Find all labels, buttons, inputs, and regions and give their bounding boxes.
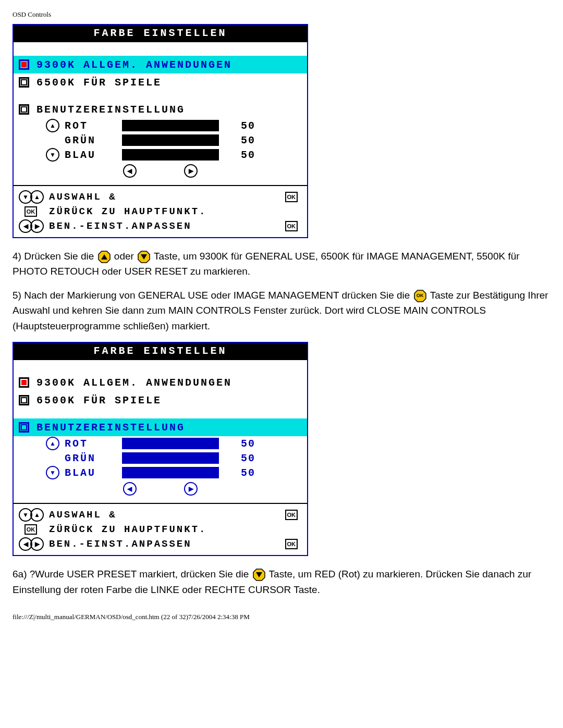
osd2-option-6500k: 6500K FÜR SPIELE: [14, 391, 307, 409]
osd1-green-row: GRÜN 50: [14, 133, 307, 147]
osd2-option-user: BENUTZEREINSTELLUNG: [14, 418, 307, 436]
green-bar: [122, 134, 219, 146]
radio-unselected-icon: [19, 77, 29, 88]
ok-icon: OK: [285, 192, 298, 202]
ok-button-icon: OK: [414, 290, 426, 302]
down-arrow-icon: ▼: [46, 148, 59, 162]
step-4-text: 4) Drücken Sie die oder Taste, um 9300K …: [13, 249, 550, 279]
radio-selected-icon: [19, 377, 29, 388]
osd1-red-row: ▲ ROT 50: [14, 118, 307, 133]
osd1-title: FARBE EINSTELLEN: [14, 25, 307, 42]
ok-icon: OK: [285, 221, 298, 231]
down-button-icon: [253, 569, 265, 581]
osd-screenshot-1: FARBE EINSTELLEN 9300K ALLGEM. ANWENDUNG…: [13, 24, 308, 238]
right-arrow-icon: ▶: [184, 164, 198, 178]
down-arrow-icon: ▼: [46, 466, 59, 479]
up-arrow-icon: ▲: [46, 437, 59, 450]
radio-unselected-icon: [19, 422, 29, 433]
osd2-title: FARBE EINSTELLEN: [14, 343, 307, 360]
left-arrow-icon: ◀: [123, 482, 137, 496]
footer-path: file:///Z|/multi_manual/GERMAN/OSD/osd_c…: [13, 613, 550, 621]
page-header: OSD Controls: [13, 10, 550, 19]
red-bar: [122, 438, 219, 449]
osd2-help-row3: ◀ ▶ BEN.-EINST.ANPASSEN OK: [14, 536, 307, 552]
osd1-left-right-row: ◀ ▶: [14, 162, 307, 182]
osd2-left-right-row: ◀ ▶: [14, 480, 307, 500]
red-bar: [122, 120, 219, 131]
green-bar: [122, 452, 219, 464]
blue-bar: [122, 149, 219, 161]
ok-icon: OK: [285, 510, 298, 520]
radio-selected-icon: [19, 59, 29, 70]
radio-unselected-icon: [19, 395, 29, 405]
osd2-red-row: ▲ ROT 50: [14, 436, 307, 451]
up-arrow-icon: ▲: [30, 190, 44, 204]
osd1-help-row1: ▼ ▲ AUSWAHL & OK: [14, 189, 307, 205]
step-6a-text: 6a) ?Wurde USER PRESET markiert, drücken…: [13, 566, 550, 597]
osd2-help-row2: OK ZÜRÜCK ZU HAUPTFUNKT.: [14, 523, 307, 536]
osd1-option-9300k: 9300K ALLGEM. ANWENDUNGEN: [14, 56, 307, 73]
osd1-option-user: BENUTZEREINSTELLUNG: [14, 101, 307, 118]
right-arrow-icon: ▶: [30, 219, 44, 233]
ok-icon: OK: [25, 206, 38, 217]
right-arrow-icon: ▶: [184, 482, 198, 496]
osd2-green-row: GRÜN 50: [14, 451, 307, 465]
radio-unselected-icon: [19, 104, 29, 115]
ok-icon: OK: [25, 524, 38, 535]
left-arrow-icon: ◀: [123, 164, 137, 178]
down-button-icon: [138, 251, 150, 263]
osd2-option-9300k: 9300K ALLGEM. ANWENDUNGEN: [14, 374, 307, 391]
osd2-blue-row: ▼ BLAU 50: [14, 465, 307, 480]
right-arrow-icon: ▶: [30, 537, 44, 551]
osd1-help-row2: OK ZÜRÜCK ZU HAUPTFUNKT.: [14, 205, 307, 218]
up-button-icon: [98, 251, 111, 263]
osd2-help-row1: ▼ ▲ AUSWAHL & OK: [14, 507, 307, 523]
osd1-option-6500k: 6500K FÜR SPIELE: [14, 73, 307, 91]
step-5-text: 5) Nach der Markierung von GENERAL USE o…: [13, 288, 550, 334]
osd1-help-row3: ◀ ▶ BEN.-EINST.ANPASSEN OK: [14, 218, 307, 234]
osd-screenshot-2: FARBE EINSTELLEN 9300K ALLGEM. ANWENDUNG…: [13, 342, 308, 556]
ok-icon: OK: [285, 539, 298, 549]
osd1-blue-row: ▼ BLAU 50: [14, 147, 307, 162]
blue-bar: [122, 467, 219, 478]
up-arrow-icon: ▲: [46, 119, 59, 132]
up-arrow-icon: ▲: [30, 508, 44, 522]
